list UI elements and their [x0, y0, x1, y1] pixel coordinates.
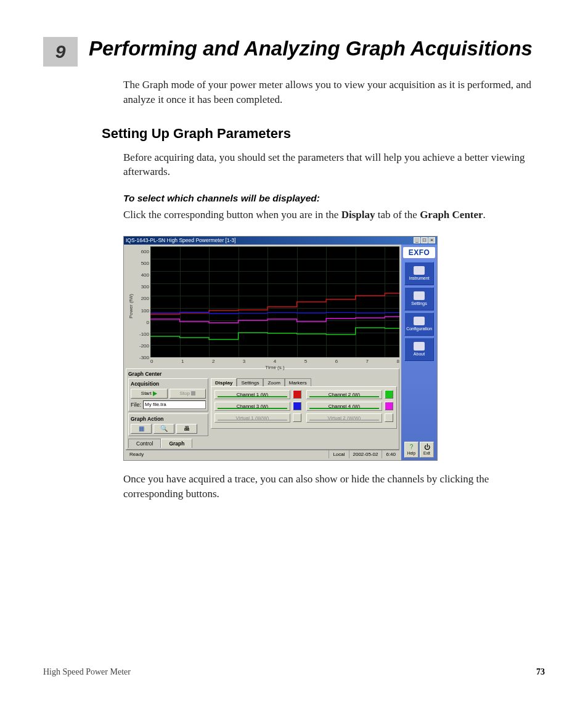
grid-icon: ▦	[139, 425, 144, 432]
y-tick: 500	[141, 261, 149, 266]
x-tick: 2	[212, 359, 214, 364]
channel-button-2[interactable]: Channel 2 (W)	[306, 390, 382, 399]
y-tick: 300	[141, 284, 149, 290]
footer-product: High Speed Power Meter	[43, 667, 131, 677]
x-tick: 7	[366, 359, 369, 364]
display-tab-content: Channel 1 (W)Channel 2 (W)Channel 3 (W)C…	[211, 386, 397, 429]
printer-icon: 🖶	[184, 425, 190, 432]
x-axis-label: Time (s.)	[150, 365, 399, 370]
close-icon[interactable]: ×	[428, 237, 435, 243]
sidebar-label: Settings	[411, 301, 427, 306]
y-tick: 200	[141, 296, 149, 301]
graph-action-group: Graph Action ▦ 🔍 🖶	[128, 413, 208, 436]
configuration-icon	[414, 317, 425, 325]
procedure-body: Click the corresponding button when you …	[123, 208, 545, 222]
x-tick: 8	[397, 359, 399, 364]
intro-paragraph: The Graph mode of your power meter allow…	[123, 78, 545, 107]
chart-plot-area[interactable]	[150, 246, 399, 357]
sidebar-configuration-button[interactable]: Configuration	[404, 312, 434, 336]
x-tick-labels: 012345678	[150, 357, 399, 364]
trace-channel-1-w-	[150, 293, 399, 314]
display-tabs-area: DisplaySettingsZoomMarkers Channel 1 (W)…	[211, 378, 397, 436]
start-button-label: Start	[141, 391, 152, 396]
y-tick: 400	[141, 272, 149, 278]
help-label: Help	[407, 451, 415, 455]
x-tick: 6	[335, 359, 338, 364]
procedure-heading: To select which channels will be display…	[123, 193, 545, 204]
channel-color-swatch-4[interactable]	[385, 402, 393, 410]
about-icon	[414, 342, 425, 351]
x-tick: 1	[181, 359, 184, 364]
y-tick: 100	[141, 308, 149, 314]
exit-button[interactable]: ⏻Exit	[420, 442, 434, 458]
acquisition-label: Acquisition	[131, 381, 206, 387]
maximize-icon[interactable]: □	[421, 237, 428, 243]
stop-button-label: Stop	[180, 391, 190, 396]
x-tick: 3	[243, 359, 245, 364]
file-label: File:	[131, 402, 141, 408]
sidebar-label: About	[414, 352, 425, 356]
grid-button[interactable]: ▦	[131, 424, 152, 434]
minimize-icon[interactable]: _	[414, 237, 420, 243]
print-button[interactable]: 🖶	[176, 424, 197, 434]
tab-markers[interactable]: Markers	[285, 378, 311, 386]
file-input[interactable]: My file.tra	[143, 400, 206, 409]
channel-button-4[interactable]: Channel 4 (W)	[306, 402, 382, 411]
stop-icon	[191, 391, 195, 396]
channel-color-swatch-5	[293, 413, 301, 422]
exit-label: Exit	[423, 451, 430, 455]
magnifier-icon: 🔍	[160, 425, 168, 432]
x-tick: 0	[150, 359, 153, 364]
text-fragment: .	[483, 209, 486, 221]
y-axis-label: Power (fW)	[128, 294, 134, 318]
exfo-logo: EXFO	[403, 247, 435, 258]
channel-button-3[interactable]: Channel 3 (W)	[214, 402, 290, 411]
bold-graph-center: Graph Center	[420, 209, 483, 221]
sidebar-label: Configuration	[406, 327, 432, 331]
channel-button-5: Virtual 1 (W/W)	[214, 413, 290, 423]
status-mode: Local	[329, 450, 348, 458]
bold-display: Display	[341, 209, 375, 221]
tab-zoom[interactable]: Zoom	[263, 378, 284, 386]
status-date: 2002-05-02	[349, 450, 382, 458]
help-button[interactable]: ?Help	[404, 442, 419, 458]
channel-button-6: Virtual 2 (W/W)	[306, 413, 382, 423]
y-tick: -200	[139, 343, 149, 349]
sidebar-about-button[interactable]: About	[404, 338, 434, 361]
tab-settings[interactable]: Settings	[237, 378, 263, 386]
y-tick-labels: 6005004003002001000-100-200-300	[133, 246, 150, 367]
channel-color-swatch-2[interactable]	[385, 390, 393, 399]
sidebar-label: Instrument	[409, 276, 429, 280]
channel-color-swatch-3[interactable]	[293, 402, 301, 410]
y-tick: 600	[141, 249, 149, 254]
graph-action-label: Graph Action	[131, 416, 206, 422]
section-intro: Before acquiring data, you should set th…	[123, 150, 545, 180]
tab-control[interactable]: Control	[128, 439, 161, 448]
app-sidebar: EXFO InstrumentSettingsConfigurationAbou…	[401, 245, 437, 460]
settings-icon	[414, 291, 425, 300]
stop-button[interactable]: Stop	[169, 389, 206, 399]
x-tick: 4	[274, 359, 276, 364]
play-icon	[153, 391, 157, 396]
sidebar-settings-button[interactable]: Settings	[404, 287, 434, 310]
y-tick: -300	[139, 355, 149, 360]
text-fragment: Click the corresponding button when you …	[123, 209, 341, 221]
app-screenshot: IQS-1643-PL-SN High Speed Powermeter [1-…	[123, 236, 438, 461]
status-ready: Ready	[126, 450, 329, 458]
section-heading: Setting Up Graph Parameters	[102, 126, 545, 142]
x-tick: 5	[304, 359, 307, 364]
trace-channel-2-w-	[150, 328, 399, 339]
window-titlebar: IQS-1643-PL-SN High Speed Powermeter [1-…	[124, 237, 437, 245]
tab-graph[interactable]: Graph	[161, 439, 192, 448]
text-fragment: tab of the	[375, 209, 420, 221]
y-tick: -100	[139, 331, 149, 337]
power-icon: ⏻	[424, 444, 430, 450]
sidebar-instrument-button[interactable]: Instrument	[404, 262, 434, 285]
chapter-title: Performing and Analyzing Graph Acquisiti…	[89, 37, 533, 60]
page-footer: High Speed Power Meter 73	[43, 667, 545, 677]
channel-button-1[interactable]: Channel 1 (W)	[214, 390, 290, 399]
tab-display[interactable]: Display	[211, 378, 237, 386]
zoom-button[interactable]: 🔍	[153, 424, 174, 434]
start-button[interactable]: Start	[131, 389, 168, 399]
channel-color-swatch-1[interactable]	[293, 390, 301, 399]
